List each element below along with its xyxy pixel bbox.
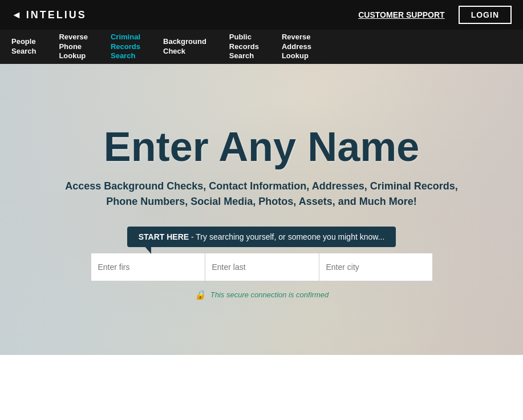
tooltip-bold: START HERE bbox=[139, 232, 189, 241]
lock-icon: 🔒 bbox=[194, 289, 206, 300]
tooltip-container: START HERE - Try searching yourself, or … bbox=[127, 227, 396, 247]
header-right: CUSTOMER SUPPORT LOGIN bbox=[358, 6, 512, 24]
secure-text: This secure connection is confirmed bbox=[210, 290, 329, 299]
first-name-input[interactable] bbox=[91, 253, 205, 281]
hero-section: Enter Any Name Access Background Checks,… bbox=[0, 64, 523, 355]
sidebar-item-reverse-phone[interactable]: ReversePhoneLookup bbox=[47, 30, 99, 64]
login-button[interactable]: LOGIN bbox=[459, 6, 512, 24]
header: ◄ INTELIUS CUSTOMER SUPPORT LOGIN bbox=[0, 0, 523, 30]
secure-line: 🔒 This secure connection is confirmed bbox=[194, 289, 329, 300]
sidebar-item-reverse-address[interactable]: ReverseAddressLookup bbox=[270, 30, 323, 64]
sidebar-item-background-check[interactable]: BackgroundCheck bbox=[152, 30, 218, 64]
tooltip-text: - Try searching yourself, or someone you… bbox=[189, 232, 384, 241]
sidebar-item-people-search[interactable]: PeopleSearch bbox=[0, 30, 47, 64]
last-name-input[interactable] bbox=[205, 253, 319, 281]
sidebar-item-public-records[interactable]: PublicRecordsSearch bbox=[218, 30, 270, 64]
hero-subtitle: Access Background Checks, Contact Inform… bbox=[62, 179, 461, 209]
search-form: All Sta ALAKAZAR CACOCTDE FLGAHIID ILINI… bbox=[91, 253, 433, 281]
logo: ◄ INTELIUS bbox=[11, 9, 87, 21]
main-nav: PeopleSearch ReversePhoneLookup Criminal… bbox=[0, 30, 523, 64]
hero-content: Enter Any Name Access Background Checks,… bbox=[0, 102, 523, 317]
logo-text: INTELIUS bbox=[26, 9, 87, 21]
tooltip-box: START HERE - Try searching yourself, or … bbox=[127, 227, 396, 247]
logo-arrow-icon: ◄ bbox=[11, 9, 22, 21]
city-input[interactable] bbox=[319, 253, 433, 281]
sidebar-item-criminal-records[interactable]: CriminalRecordsSearch bbox=[99, 30, 152, 64]
customer-support-link[interactable]: CUSTOMER SUPPORT bbox=[358, 10, 444, 19]
hero-title: Enter Any Name bbox=[104, 124, 420, 169]
tooltip-arrow-icon bbox=[144, 246, 151, 254]
